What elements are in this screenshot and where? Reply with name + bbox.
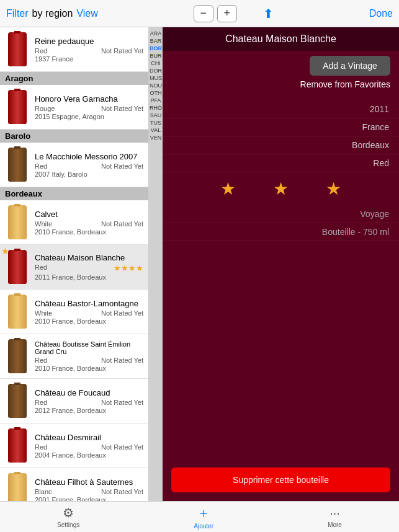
wine-rating: Not Rated Yet xyxy=(101,309,143,317)
detail-voyage-value: Voyage xyxy=(360,209,389,219)
wine-name: Château Desmirail xyxy=(35,433,143,442)
region-index-ara[interactable]: ARA xyxy=(150,30,162,37)
list-item[interactable]: Château Desmirail Red Not Rated Yet 2004… xyxy=(0,423,148,468)
done-button[interactable]: Done xyxy=(369,8,393,19)
region-index-bor[interactable]: BOR xyxy=(150,45,162,51)
list-item[interactable]: Honoro Vera Garnacha Rouge Not Rated Yet… xyxy=(0,85,148,130)
region-index-oth[interactable]: OTH xyxy=(150,90,162,96)
detail-row-voyage: Voyage xyxy=(163,205,399,223)
tab-more[interactable]: ··· More xyxy=(328,506,342,528)
list-item[interactable]: Calvet White Not Rated Yet 2010 France, … xyxy=(0,200,148,245)
main-content: Reine pedauque Red Not Rated Yet 1937 Fr… xyxy=(0,27,399,501)
wine-thumbnail xyxy=(5,249,30,286)
star-2-icon[interactable]: ★ xyxy=(273,179,289,199)
add-vintage-button[interactable]: Add a Vintage xyxy=(310,56,390,76)
list-item[interactable]: Le Macchiole Messorio 2007 Red Not Rated… xyxy=(0,143,148,187)
add-label: Ajouter xyxy=(194,523,213,530)
wine-info: Le Macchiole Messorio 2007 Red Not Rated… xyxy=(35,152,143,178)
wine-type-row: White Not Rated Yet xyxy=(35,220,143,228)
wine-thumbnail xyxy=(5,472,30,502)
detail-row-bottle-size: Bouteille - 750 ml xyxy=(163,223,399,241)
list-item[interactable]: Château Bastor-Lamontagne White Not Rate… xyxy=(0,290,148,334)
wine-year-region: 2010 France, Bordeaux xyxy=(35,228,143,236)
wine-rating: Not Rated Yet xyxy=(101,443,143,451)
wine-rating: Not Rated Yet xyxy=(101,399,143,406)
star-3-icon[interactable]: ★ xyxy=(326,179,341,199)
wine-info: Reine pedauque Red Not Rated Yet 1937 Fr… xyxy=(35,37,143,63)
wine-year-region: 2007 Italy, Barolo xyxy=(35,171,143,178)
region-index-tus[interactable]: TUS xyxy=(150,120,161,126)
bottle-icon xyxy=(8,205,27,239)
settings-label: Settings xyxy=(57,521,79,528)
region-index-bar[interactable]: BAR xyxy=(150,38,162,44)
detail-year-value: 2011 xyxy=(370,104,389,114)
detail-region-value: Bordeaux xyxy=(352,140,389,150)
more-label: More xyxy=(328,521,342,528)
wine-type: Red xyxy=(35,264,47,273)
list-item[interactable]: Château Boutisse Saint Émilion Grand Cru… xyxy=(0,334,148,379)
wine-stars: ★★★★ xyxy=(114,264,143,273)
wine-thumbnail xyxy=(5,427,30,464)
wine-type: White xyxy=(35,309,52,317)
wine-list: Reine pedauque Red Not Rated Yet 1937 Fr… xyxy=(0,27,149,501)
share-icon[interactable]: ⬆ xyxy=(263,6,274,21)
list-item[interactable]: Reine pedauque Red Not Rated Yet 1937 Fr… xyxy=(0,27,148,72)
bottle-icon xyxy=(8,339,27,373)
delete-button[interactable]: Supprimer cette bouteille xyxy=(171,468,390,492)
region-index-dor[interactable]: DOR xyxy=(150,68,162,74)
region-index-sau[interactable]: SAU xyxy=(150,112,162,118)
list-item-active[interactable]: ★ Chateau Maison Blanche Red ★★★★ 2011 F… xyxy=(0,245,148,290)
wine-info: Château de Foucaud Red Not Rated Yet 201… xyxy=(35,388,143,414)
wine-thumbnail xyxy=(5,146,30,184)
wine-thumbnail xyxy=(5,383,30,420)
top-bar-left: Filter by region View xyxy=(6,8,98,19)
wine-detail-panel: Chateau Maison Blanche Add a Vintage Rem… xyxy=(163,27,399,501)
list-item[interactable]: Château de Foucaud Red Not Rated Yet 201… xyxy=(0,379,148,423)
list-item[interactable]: Château Filhot à Sauternes Blanc Not Rat… xyxy=(0,468,148,501)
detail-rows: 2011 France Bordeaux Red ★ ★ ★ Voyage Bo… xyxy=(163,100,399,461)
wine-type: Rouge xyxy=(35,105,55,112)
wine-type-row: Red Not Rated Yet xyxy=(35,357,143,364)
remove-favorites-button[interactable]: Remove from Favorites xyxy=(300,79,390,89)
region-index-pfa[interactable]: PFA xyxy=(150,97,161,104)
wine-type-row: Blanc Not Rated Yet xyxy=(35,488,143,495)
wine-type: Red xyxy=(35,399,47,406)
wine-rating: Not Rated Yet xyxy=(101,357,143,364)
zoom-in-button[interactable]: + xyxy=(217,5,237,22)
wine-thumbnail xyxy=(5,338,30,375)
region-index-val[interactable]: VAL xyxy=(151,127,161,133)
stars-row[interactable]: ★ ★ ★ xyxy=(163,172,399,205)
zoom-out-button[interactable]: − xyxy=(194,5,213,22)
region-index: ARA BAR BOR BUR CHI DOR MUS NOU OTH PFA … xyxy=(149,27,163,501)
region-index-nou[interactable]: NOU xyxy=(150,82,162,89)
detail-row-color: Red xyxy=(163,154,399,172)
filter-button[interactable]: Filter xyxy=(6,8,29,19)
wine-name: Chateau Maison Blanche xyxy=(35,253,143,262)
wine-detail-header: Chateau Maison Blanche xyxy=(163,27,399,51)
wine-type-row: Red Not Rated Yet xyxy=(35,399,143,406)
region-index-chi[interactable]: CHI xyxy=(151,60,161,66)
region-index-mus[interactable]: MUS xyxy=(150,75,162,81)
wine-type: White xyxy=(35,220,52,228)
more-icon: ··· xyxy=(330,506,340,520)
wine-info: Château Bastor-Lamontagne White Not Rate… xyxy=(35,299,143,325)
wine-name: Château Bastor-Lamontagne xyxy=(35,299,143,308)
view-button[interactable]: View xyxy=(76,8,97,19)
region-index-ven[interactable]: VEN xyxy=(150,135,162,141)
detail-country-value: France xyxy=(362,122,389,132)
region-index-bur[interactable]: BUR xyxy=(150,53,161,59)
wine-year-region: 1937 France xyxy=(35,55,143,63)
bottle-icon xyxy=(8,384,27,418)
wine-rating: Not Rated Yet xyxy=(101,105,143,112)
star-1-icon[interactable]: ★ xyxy=(220,179,236,199)
wine-type-row: Red Not Rated Yet xyxy=(35,47,143,55)
wine-detail-title: Chateau Maison Blanche xyxy=(225,33,336,45)
region-label: by region xyxy=(32,8,73,19)
region-index-rho[interactable]: RHÔ xyxy=(150,105,162,111)
wine-name: Le Macchiole Messorio 2007 xyxy=(35,152,143,161)
tab-ajouter[interactable]: ＋ Ajouter xyxy=(194,505,213,530)
wine-year-region: 2015 Espagne, Aragon xyxy=(35,113,143,120)
tab-settings[interactable]: ⚙ Settings xyxy=(57,505,79,528)
wine-type: Red xyxy=(35,357,47,364)
wine-rating: Not Rated Yet xyxy=(101,162,143,170)
